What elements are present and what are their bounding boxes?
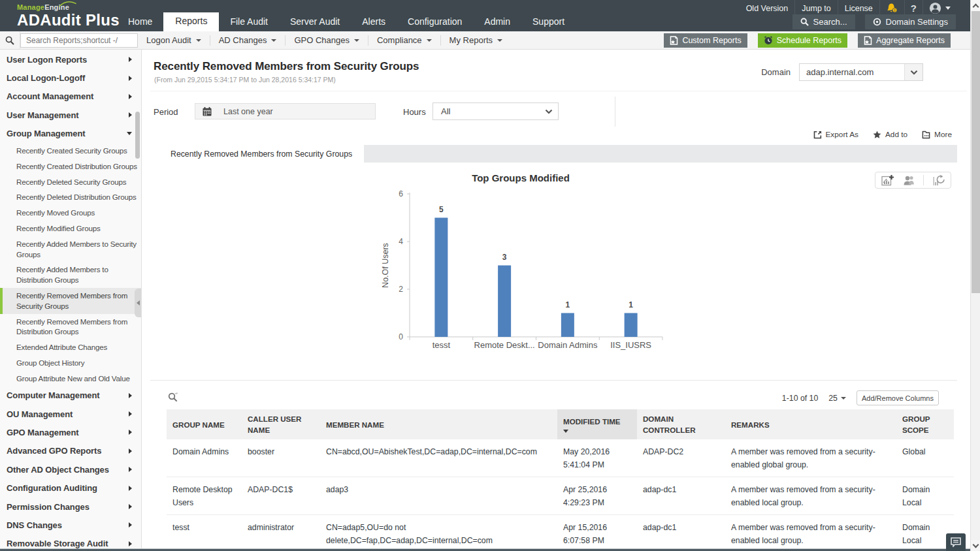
add-to-link[interactable]: Add to: [873, 130, 907, 139]
scrollbar-thumb[interactable]: [972, 11, 980, 293]
cell-member-name: adap3: [320, 477, 557, 515]
sidebar-item-group-management[interactable]: Group Management: [0, 125, 141, 143]
schedule-reports-button[interactable]: Schedule Reports: [758, 33, 847, 48]
scrollbar-up-arrow[interactable]: [971, 0, 980, 11]
nav-tab-file-audit[interactable]: File Audit: [219, 14, 279, 31]
column-header-label: GROUP NAME: [172, 419, 238, 430]
chevron-down-icon: [945, 7, 951, 10]
chevron-down-icon: [904, 64, 923, 80]
nav-tab-server-audit[interactable]: Server Audit: [279, 14, 351, 31]
hours-label: Hours: [403, 107, 426, 117]
column-header-member-name[interactable]: MEMBER NAME: [320, 409, 557, 439]
brand-logo[interactable]: ManageEngine ADAudit Plus: [17, 3, 120, 29]
nav-tab-alerts[interactable]: Alerts: [351, 14, 397, 31]
menu-ad-changes[interactable]: AD Changes: [210, 35, 286, 46]
chevron-right-icon: [129, 393, 132, 398]
menu-gpo-changes[interactable]: GPO Changes: [286, 35, 368, 46]
sidebar-item-recently-created-security-groups[interactable]: Recently Created Security Groups: [0, 143, 141, 159]
column-header-group-name[interactable]: GROUP NAME: [167, 409, 242, 439]
report-search-input[interactable]: [20, 33, 138, 48]
sidebar-item-recently-created-distribution-groups[interactable]: Recently Created Distribution Groups: [0, 159, 141, 174]
column-header-group-scope[interactable]: GROUP SCOPE: [896, 409, 954, 439]
chevron-right-icon: [129, 430, 132, 435]
search-button[interactable]: Search...: [792, 14, 855, 29]
export-as-label: Export As: [826, 130, 859, 139]
hours-select[interactable]: All: [433, 102, 559, 120]
more-link[interactable]: More: [922, 130, 952, 139]
sidebar-item-extended-attribute-changes[interactable]: Extended Attribute Changes: [0, 339, 141, 355]
column-header-domain-controller[interactable]: DOMAIN CONTROLLER: [637, 409, 725, 439]
table-row: Domain AdminsboosterCN=abcd,OU=AbishekTe…: [167, 439, 954, 477]
table-row: tesstadministratorCN=adap5,OU=do not del…: [167, 515, 954, 551]
menu-label: Compliance: [377, 35, 422, 45]
domain-settings-button[interactable]: Domain Settings: [865, 14, 956, 29]
chevron-right-icon: [129, 449, 132, 454]
report-search-iconbox[interactable]: [0, 31, 20, 50]
sidebar-item-advanced-gpo-reports[interactable]: Advanced GPO Reports: [0, 442, 141, 460]
sidebar-item-user-management[interactable]: User Management: [0, 106, 141, 124]
menu-compliance[interactable]: Compliance: [368, 35, 441, 46]
nav-tab-configuration[interactable]: Configuration: [397, 14, 473, 31]
sidebar-item-gpo-management[interactable]: GPO Management: [0, 423, 141, 441]
sidebar-item-recently-deleted-security-groups[interactable]: Recently Deleted Security Groups: [0, 174, 141, 190]
column-header-caller-user-name[interactable]: CALLER USER NAME: [242, 409, 320, 439]
period-input[interactable]: Last one year: [195, 103, 376, 119]
period-label: Period: [154, 107, 178, 117]
menu-logon-audit[interactable]: Logon Audit: [138, 35, 210, 46]
sidebar-item-recently-moved-groups[interactable]: Recently Moved Groups: [0, 205, 141, 221]
sidebar-item-label: OU Management: [7, 409, 73, 419]
export-as-link[interactable]: Export As: [813, 130, 859, 139]
utility-link-old-version[interactable]: Old Version: [740, 0, 795, 16]
nav-tab-home[interactable]: Home: [117, 14, 163, 31]
report-tab-active[interactable]: Recently Removed Members from Security G…: [150, 145, 364, 163]
aggregate-reports-button[interactable]: Aggregate Reports: [858, 33, 951, 48]
sidebar-item-group-object-history[interactable]: Group Object History: [0, 355, 141, 371]
chart-user-icon[interactable]: [903, 175, 914, 186]
sidebar-collapse-handle[interactable]: [135, 289, 141, 317]
menu-label: My Reports: [449, 35, 493, 45]
sidebar-item-permission-changes[interactable]: Permission Changes: [0, 497, 141, 516]
feedback-button[interactable]: [946, 533, 966, 551]
chevron-right-icon: [129, 411, 132, 417]
sidebar-item-recently-removed-members-from-distribution-groups[interactable]: Recently Removed Members from Distributi…: [0, 314, 141, 340]
cell-group-name: Domain Admins: [167, 439, 242, 477]
column-header-remarks[interactable]: REMARKS: [725, 409, 896, 439]
nav-tab-reports[interactable]: Reports: [163, 12, 219, 31]
user-avatar-icon: [929, 2, 941, 14]
nav-tab-support[interactable]: Support: [521, 14, 576, 31]
sidebar-item-user-logon-reports[interactable]: User Logon Reports: [0, 50, 141, 69]
sidebar-item-recently-added-members-to-security-groups[interactable]: Recently Added Members to Security Group…: [0, 236, 141, 262]
scrollbar-down-arrow[interactable]: [971, 540, 980, 551]
custom-reports-button[interactable]: Custom Reports: [664, 33, 747, 48]
sidebar-item-computer-management[interactable]: Computer Management: [0, 386, 141, 405]
sidebar-item-group-attribute-new-and-old-value[interactable]: Group Attribute New and Old Value: [0, 371, 141, 386]
chart-refresh-icon[interactable]: [933, 175, 945, 186]
sidebar-item-recently-modified-groups[interactable]: Recently Modified Groups: [0, 221, 141, 236]
sidebar-item-configuration-auditing[interactable]: Configuration Auditing: [0, 479, 141, 497]
sidebar-item-local-logon-logoff[interactable]: Local Logon-Logoff: [0, 69, 141, 87]
sidebar-item-dns-changes[interactable]: DNS Changes: [0, 516, 141, 534]
chevron-down-icon: [354, 39, 359, 42]
sidebar-item-recently-deleted-distribution-groups[interactable]: Recently Deleted Distribution Groups: [0, 189, 141, 205]
sidebar-item-recently-removed-members-from-security-groups[interactable]: Recently Removed Members from Security G…: [0, 288, 141, 314]
domain-select[interactable]: adap.internal.com: [799, 63, 923, 81]
sidebar-item-recently-added-members-to-distribution-groups[interactable]: Recently Added Members to Distribution G…: [0, 262, 141, 288]
sidebar-scrollbar-thumb[interactable]: [135, 112, 140, 159]
add-remove-columns-button[interactable]: Add/Remove Columns: [857, 390, 939, 405]
sidebar-item-other-ad-object-changes[interactable]: Other AD Object Changes: [0, 460, 141, 479]
svg-text:Top Groups Modified: Top Groups Modified: [472, 172, 570, 183]
chevron-right-icon: [129, 504, 132, 509]
cell-caller-user-name: booster: [242, 439, 320, 477]
cell-remarks: A member was removed from a security-ena…: [725, 515, 896, 551]
nav-tab-admin[interactable]: Admin: [473, 14, 521, 31]
page-size-select[interactable]: 25: [828, 394, 846, 403]
chart-add-icon[interactable]: [881, 175, 894, 186]
column-header-modified-time[interactable]: MODIFIED TIME: [557, 409, 637, 439]
sidebar-item-label: Group Management: [7, 129, 85, 138]
sidebar-item-ou-management[interactable]: OU Management: [0, 405, 141, 423]
sidebar-item-account-management[interactable]: Account Management: [0, 87, 141, 106]
table-search-icon[interactable]: [168, 392, 178, 405]
menu-my-reports[interactable]: My Reports: [441, 35, 511, 46]
domain-label: Domain: [761, 67, 791, 77]
page-scrollbar[interactable]: [970, 0, 980, 551]
